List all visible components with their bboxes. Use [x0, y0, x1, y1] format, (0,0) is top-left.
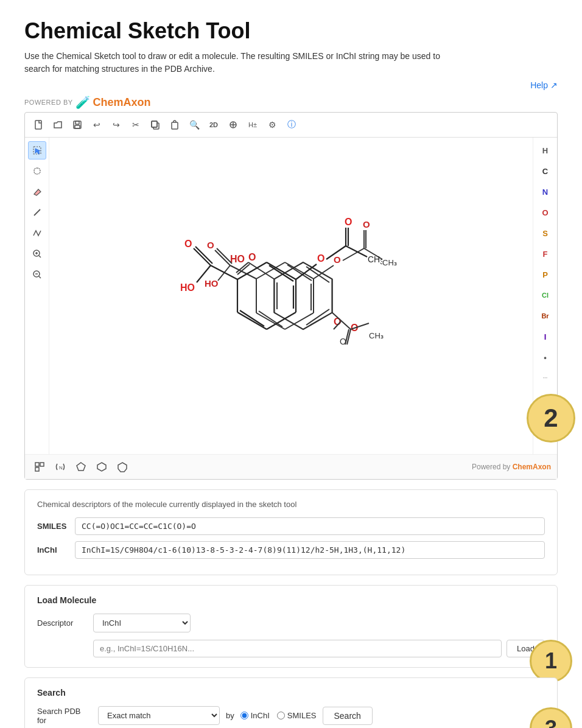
external-link-icon: ↗: [550, 80, 558, 90]
insert-template-btn[interactable]: [31, 458, 48, 475]
smiles-radio-option[interactable]: SMILES: [277, 711, 317, 720]
search-type-select[interactable]: Exact match Substructure Similarity: [98, 706, 220, 725]
element-h[interactable]: H: [536, 141, 555, 159]
select-tool[interactable]: [28, 141, 46, 159]
inchi-row: InChI InChI=1S/C9H8O4/c1-6(10)13-8-5-3-2…: [37, 541, 545, 559]
svg-rect-2: [75, 121, 79, 124]
2d-btn[interactable]: 2D: [205, 116, 222, 133]
search-button[interactable]: Search: [323, 707, 373, 725]
element-cl[interactable]: Cl: [536, 286, 555, 304]
settings-btn[interactable]: ⚙: [264, 116, 281, 133]
svg-text:O: O: [345, 217, 352, 227]
svg-text:CH3: CH3: [368, 254, 382, 265]
pentagon-btn[interactable]: [72, 458, 89, 475]
inchi-radio[interactable]: [240, 712, 248, 719]
sgroup-btn[interactable]: N: [52, 458, 69, 475]
sketch-container: ↩ ↪ ✂ 🔍 2D: [24, 112, 558, 480]
element-n[interactable]: N: [536, 183, 555, 201]
element-br[interactable]: Br: [536, 307, 555, 325]
svg-line-81: [296, 264, 317, 279]
help-link[interactable]: Help: [530, 80, 548, 90]
svg-marker-93: [77, 463, 85, 471]
clean-2d-btn[interactable]: [225, 116, 242, 133]
smiles-row: SMILES CC(=O)OC1=CC=CC=C1C(O)=O: [37, 517, 545, 535]
svg-line-68: [267, 312, 296, 329]
new-file-btn[interactable]: [30, 116, 47, 133]
inchi-radio-option[interactable]: InChI: [240, 711, 270, 720]
search-card: Search Search PDB for Exact match Substr…: [24, 677, 558, 728]
descriptor-select[interactable]: InChI SMILES: [93, 614, 191, 632]
search-format-radio-group: InChI SMILES: [240, 711, 317, 720]
element-i[interactable]: I: [536, 327, 555, 346]
eraser-tool[interactable]: [28, 183, 46, 201]
svg-rect-5: [152, 121, 157, 127]
page-description: Use the Chemical Sketch tool to draw or …: [24, 50, 451, 75]
add-remove-h-btn[interactable]: H±: [244, 116, 261, 133]
svg-line-83: [326, 246, 346, 259]
svg-rect-0: [35, 121, 41, 129]
info-btn[interactable]: ⓘ: [283, 116, 300, 133]
load-molecule-input[interactable]: [93, 640, 502, 657]
svg-text:O: O: [317, 253, 324, 264]
svg-line-66: [267, 262, 296, 279]
load-molecule-title: Load Molecule: [37, 595, 545, 605]
chain-tool[interactable]: [28, 224, 46, 242]
more-elements-btn[interactable]: ···: [536, 369, 555, 387]
bond-tool[interactable]: [28, 203, 46, 222]
heptagon-btn[interactable]: [114, 458, 131, 475]
open-file-btn[interactable]: [49, 116, 66, 133]
zoom-out-tool[interactable]: [28, 265, 46, 284]
svg-rect-3: [75, 125, 80, 128]
element-s[interactable]: S: [536, 224, 555, 242]
save-btn[interactable]: [69, 116, 86, 133]
element-c[interactable]: C: [536, 162, 555, 180]
sketch-chemaxon-brand: ChemAxon: [513, 463, 551, 471]
smiles-radio-label: SMILES: [287, 711, 317, 720]
inchi-value: InChI=1S/C9H8O4/c1-6(10)13-8-5-3-2-4-7(8…: [75, 541, 545, 559]
element-dot[interactable]: •: [536, 348, 555, 366]
svg-line-72: [269, 265, 293, 281]
search-options-row: Search PDB for Exact match Substructure …: [37, 706, 545, 725]
zoom-region-btn[interactable]: 🔍: [186, 116, 203, 133]
descriptor-row: Descriptor InChI SMILES: [37, 614, 545, 632]
sketch-powered-footer: Powered by ChemAxon: [472, 463, 551, 471]
svg-line-75: [211, 265, 237, 279]
svg-text:O: O: [184, 239, 192, 249]
svg-line-11: [34, 209, 40, 215]
svg-marker-95: [118, 463, 127, 472]
zoom-in-tool[interactable]: [28, 245, 46, 263]
svg-rect-91: [35, 467, 39, 471]
cut-btn[interactable]: ✂: [127, 116, 144, 133]
svg-rect-89: [35, 463, 39, 466]
svg-text:HO: HO: [180, 282, 195, 293]
load-molecule-card: Load Molecule Descriptor InChI SMILES Lo…: [24, 585, 558, 668]
search-pdb-label: Search PDB for: [37, 707, 92, 725]
svg-rect-90: [40, 463, 44, 466]
copy-btn[interactable]: [147, 116, 164, 133]
paste-btn[interactable]: [166, 116, 183, 133]
undo-btn[interactable]: ↩: [88, 116, 105, 133]
sketch-body: HO O O O: [25, 138, 557, 454]
svg-line-79: [197, 265, 211, 282]
chemaxon-logo: POWERED BY 🧪 ChemAxon: [24, 95, 558, 110]
redo-btn[interactable]: ↪: [108, 116, 125, 133]
bottom-left-tools: N: [31, 458, 131, 475]
element-p[interactable]: P: [536, 265, 555, 284]
sketch-canvas[interactable]: HO O O O: [49, 138, 533, 454]
hexagon-btn[interactable]: [93, 458, 110, 475]
element-o[interactable]: O: [536, 203, 555, 222]
sketch-left-tools: [25, 138, 49, 454]
smiles-value: CC(=O)OC1=CC=CC=C1C(O)=O: [75, 517, 545, 535]
lasso-tool[interactable]: [28, 162, 46, 180]
svg-line-69: [237, 312, 267, 329]
sketch-bottom-bar: N: [25, 454, 557, 479]
smiles-radio[interactable]: [277, 712, 285, 719]
svg-line-71: [237, 262, 267, 279]
element-f[interactable]: F: [536, 245, 555, 263]
search-title: Search: [37, 688, 545, 698]
svg-marker-10: [35, 149, 40, 154]
help-link-row: Help ↗: [24, 80, 558, 90]
svg-line-87: [346, 246, 367, 257]
descriptors-card: Chemical descriptors of the molecule cur…: [24, 489, 558, 575]
smiles-label: SMILES: [37, 522, 68, 531]
